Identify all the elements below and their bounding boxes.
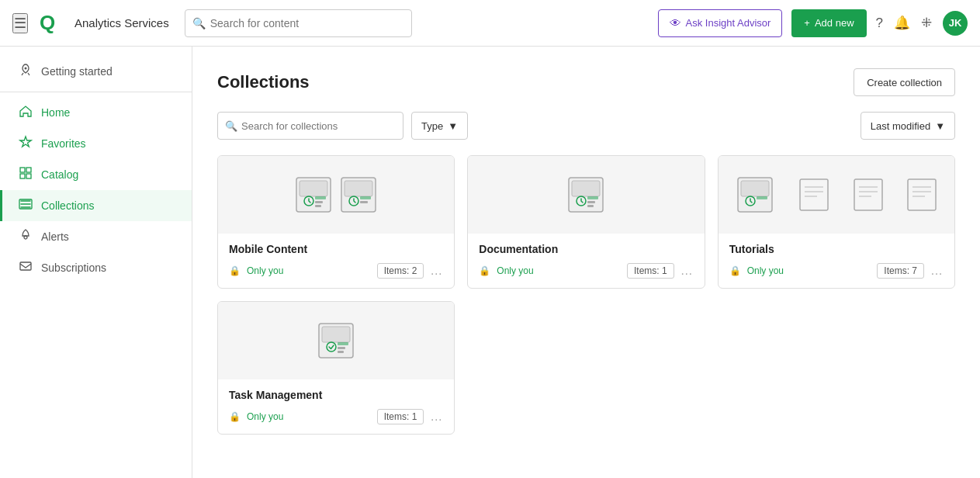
sidebar: Getting started Home Favorites <box>0 47 192 478</box>
collections-grid: Mobile Content 🔒 Only you Items: 2 … <box>217 155 955 435</box>
sidebar-item-label: Collections <box>41 199 94 212</box>
svg-rect-9 <box>20 262 31 270</box>
svg-rect-4 <box>26 168 31 172</box>
app-name: Analytics Services <box>74 16 169 29</box>
plus-icon: + <box>804 17 810 29</box>
lock-icon: 🔒 <box>229 265 241 276</box>
search-collections-wrap: 🔍 <box>217 112 403 140</box>
apps-grid-icon[interactable]: ⁜ <box>921 15 932 31</box>
collection-card-task-management[interactable]: Task Management 🔒 Only you Items: 1 … <box>217 301 455 435</box>
svg-rect-14 <box>315 201 323 203</box>
card-owner: Only you <box>247 411 283 422</box>
sidebar-item-label: Favorites <box>41 137 86 150</box>
svg-rect-19 <box>360 196 371 199</box>
svg-rect-46 <box>338 342 348 345</box>
star-icon <box>18 135 33 152</box>
svg-rect-3 <box>20 168 25 172</box>
svg-rect-39 <box>908 179 936 210</box>
rocket-icon <box>18 63 33 80</box>
card-owner: Only you <box>497 265 533 276</box>
sidebar-divider <box>0 92 192 92</box>
sidebar-item-collections[interactable]: Collections <box>0 190 192 221</box>
notifications-icon[interactable]: 🔔 <box>894 15 910 31</box>
svg-rect-8 <box>24 236 27 239</box>
nav-icons: ? 🔔 ⁜ JK <box>876 11 968 36</box>
svg-rect-47 <box>338 347 345 349</box>
card-preview <box>719 156 954 234</box>
sidebar-item-catalog[interactable]: Catalog <box>0 159 192 190</box>
collection-card-mobile-content[interactable]: Mobile Content 🔒 Only you Items: 2 … <box>217 155 455 289</box>
svg-rect-13 <box>315 196 326 199</box>
svg-rect-17 <box>345 181 372 196</box>
avatar[interactable]: JK <box>943 11 968 36</box>
create-collection-button[interactable]: Create collection <box>854 68 955 96</box>
svg-rect-26 <box>587 205 594 207</box>
home-icon <box>18 104 33 121</box>
card-body: Mobile Content 🔒 Only you Items: 2 … <box>218 234 454 288</box>
svg-rect-25 <box>587 201 595 203</box>
sidebar-item-home[interactable]: Home <box>0 97 192 128</box>
card-title: Mobile Content <box>229 243 443 255</box>
collection-card-documentation[interactable]: Documentation 🔒 Only you Items: 1 … <box>467 155 705 289</box>
card-footer: 🔒 Only you Items: 7 … <box>729 263 944 279</box>
card-footer: 🔒 Only you Items: 1 … <box>229 409 443 424</box>
lock-icon: 🔒 <box>229 411 241 422</box>
subscriptions-icon <box>18 259 33 276</box>
card-footer: 🔒 Only you Items: 2 … <box>229 263 443 279</box>
card-body: Documentation 🔒 Only you Items: 1 … <box>468 234 704 288</box>
insight-label: Ask Insight Advisor <box>686 17 771 29</box>
svg-rect-28 <box>741 181 769 196</box>
last-modified-button[interactable]: Last modified ▼ <box>861 112 955 140</box>
card-preview <box>468 156 704 234</box>
card-body: Task Management 🔒 Only you Items: 1 … <box>218 379 454 434</box>
svg-rect-48 <box>338 351 344 353</box>
global-search-wrap: 🔍 <box>185 9 412 37</box>
svg-rect-35 <box>854 179 882 210</box>
collections-icon <box>18 197 33 214</box>
last-modified-label: Last modified <box>871 120 930 132</box>
chevron-down-icon: ▼ <box>935 120 945 132</box>
card-items-count: Items: 1 <box>627 263 674 279</box>
lock-icon: 🔒 <box>479 265 490 276</box>
collection-card-tutorials[interactable]: Tutorials 🔒 Only you Items: 7 … <box>718 155 955 289</box>
sidebar-item-favorites[interactable]: Favorites <box>0 128 192 159</box>
sidebar-item-alerts[interactable]: Alerts <box>0 221 192 252</box>
svg-rect-15 <box>315 205 321 207</box>
filters-row: 🔍 Type ▼ Last modified ▼ <box>217 112 955 140</box>
card-items-count: Items: 1 <box>377 409 424 424</box>
type-filter-button[interactable]: Type ▼ <box>411 112 468 140</box>
lock-icon: 🔒 <box>729 265 741 276</box>
help-icon[interactable]: ? <box>876 16 883 31</box>
sidebar-item-label: Home <box>41 106 70 119</box>
add-new-button[interactable]: + Add new <box>791 9 866 37</box>
svg-rect-22 <box>572 181 600 196</box>
page-title: Collections <box>217 72 310 92</box>
topnav: ☰ Q Analytics Services 🔍 👁 Ask Insight A… <box>0 0 980 47</box>
catalog-icon <box>18 166 33 183</box>
card-title: Tutorials <box>729 243 944 255</box>
main-content: Collections Create collection 🔍 Type ▼ L… <box>192 47 980 478</box>
svg-rect-6 <box>26 174 31 178</box>
global-search-input[interactable] <box>185 9 412 37</box>
search-collections-input[interactable] <box>217 112 403 140</box>
logo[interactable]: Q <box>37 9 65 37</box>
sidebar-item-label: Catalog <box>41 168 78 181</box>
sidebar-item-getting-started[interactable]: Getting started <box>0 56 192 87</box>
card-more-button[interactable]: … <box>680 264 694 278</box>
insight-advisor-button[interactable]: 👁 Ask Insight Advisor <box>658 9 783 37</box>
svg-rect-24 <box>587 196 598 199</box>
sidebar-item-subscriptions[interactable]: Subscriptions <box>0 252 192 283</box>
svg-rect-11 <box>300 181 327 196</box>
card-more-button[interactable]: … <box>430 410 443 424</box>
card-preview <box>218 156 454 234</box>
card-title: Task Management <box>229 389 443 401</box>
sidebar-item-label: Alerts <box>41 230 69 243</box>
card-preview <box>218 302 454 379</box>
addnew-label: Add new <box>815 17 854 29</box>
card-items-count: Items: 7 <box>877 263 924 279</box>
card-more-button[interactable]: … <box>930 264 944 278</box>
hamburger-icon[interactable]: ☰ <box>12 13 28 33</box>
main-header: Collections Create collection <box>217 68 955 96</box>
card-more-button[interactable]: … <box>430 264 443 278</box>
sidebar-item-label: Getting started <box>41 65 113 78</box>
